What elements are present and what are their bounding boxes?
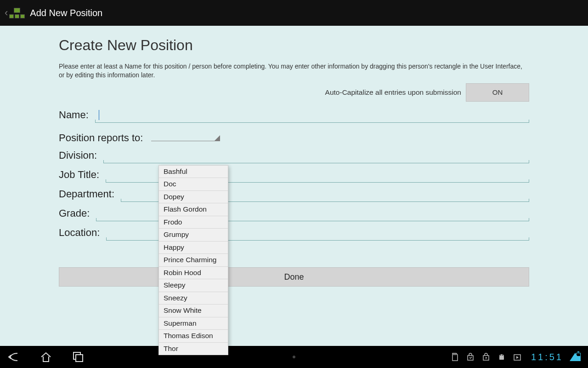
dropdown-item[interactable]: Snow White: [159, 305, 228, 317]
app-logo-icon[interactable]: [9, 6, 25, 20]
done-button[interactable]: Done: [59, 267, 529, 287]
dropdown-item[interactable]: Superman: [159, 317, 228, 330]
dropdown-item[interactable]: Sneezy: [159, 292, 228, 305]
form-panel: Create New Position Please enter at leas…: [0, 26, 588, 346]
reports-to-dropdown[interactable]: [151, 127, 220, 141]
division-label: Division:: [59, 150, 102, 161]
dropdown-item[interactable]: Frodo: [159, 216, 228, 229]
location-label: Location:: [59, 227, 104, 239]
name-input-wrap: [95, 108, 529, 123]
recent-apps-nav-icon[interactable]: [72, 351, 85, 363]
svg-point-4: [502, 355, 503, 356]
name-input[interactable]: [95, 108, 529, 122]
job-title-row: Job Title:: [59, 168, 529, 183]
sd-card-icon[interactable]: [450, 352, 459, 362]
dropdown-item[interactable]: Prince Charming: [159, 254, 228, 266]
text-cursor-icon: [99, 110, 99, 120]
dropdown-item[interactable]: Thomas Edison: [159, 330, 228, 342]
play-icon[interactable]: [513, 352, 522, 362]
shop-icon[interactable]: [466, 352, 475, 362]
reports-to-row: Position reports to:: [59, 127, 529, 144]
dropdown-item[interactable]: Happy: [159, 242, 228, 254]
intro-text: Please enter at least a Name for this po…: [59, 62, 529, 80]
autocap-row: Auto-Capitalize all entries upon submiss…: [59, 83, 529, 102]
dropdown-item[interactable]: Doc: [159, 178, 228, 190]
dropdown-item[interactable]: Bashful: [159, 166, 228, 178]
android-icon[interactable]: [497, 352, 506, 362]
division-input[interactable]: [103, 149, 529, 163]
job-title-label: Job Title:: [59, 169, 104, 181]
name-row: Name:: [59, 108, 529, 123]
shop2-icon[interactable]: [481, 352, 491, 362]
division-row: Division:: [59, 149, 529, 163]
division-input-wrap: [103, 149, 529, 163]
department-label: Department:: [59, 188, 119, 200]
reports-to-label: Position reports to:: [59, 132, 147, 144]
dropdown-item[interactable]: Dopey: [159, 191, 228, 203]
page-title: Create New Position: [59, 37, 529, 54]
clock-time: 11:51: [531, 352, 563, 362]
reports-to-dropdown-list: Bashful Doc Dopey Flash Gordon Frodo Gru…: [158, 165, 228, 355]
grade-row: Grade:: [59, 207, 529, 221]
action-bar: ‹ Add New Position: [0, 0, 588, 26]
dropdown-item[interactable]: Thor: [159, 343, 228, 355]
dropdown-item[interactable]: Robin Hood: [159, 267, 228, 279]
svg-rect-2: [499, 356, 504, 360]
autocap-label: Auto-Capitalize all entries upon submiss…: [325, 88, 461, 97]
svg-rect-1: [76, 355, 83, 362]
grade-label: Grade:: [59, 207, 94, 219]
location-row: Location:: [59, 226, 529, 241]
autocap-toggle[interactable]: ON: [466, 83, 529, 102]
system-nav-bar: 11:51: [0, 346, 588, 368]
dropdown-item[interactable]: Sleepy: [159, 279, 228, 292]
battery-icon: [576, 353, 581, 361]
name-label: Name:: [59, 109, 93, 121]
back-nav-icon[interactable]: [7, 351, 20, 363]
svg-point-3: [500, 355, 501, 356]
dropdown-item[interactable]: Grumpy: [159, 229, 228, 241]
department-row: Department:: [59, 187, 529, 202]
nav-dot-icon: [293, 356, 295, 358]
back-icon[interactable]: ‹: [4, 8, 9, 18]
home-nav-icon[interactable]: [40, 351, 52, 363]
dropdown-item[interactable]: Flash Gordon: [159, 203, 228, 216]
action-bar-title: Add New Position: [30, 8, 102, 18]
